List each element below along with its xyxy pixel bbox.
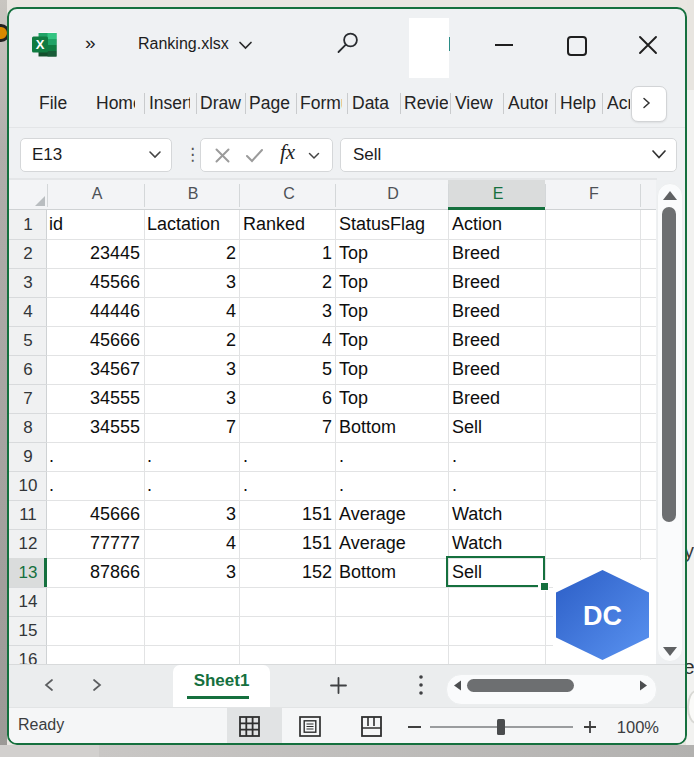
svg-text:DC: DC xyxy=(583,601,622,631)
svg-text:X: X xyxy=(36,37,45,52)
